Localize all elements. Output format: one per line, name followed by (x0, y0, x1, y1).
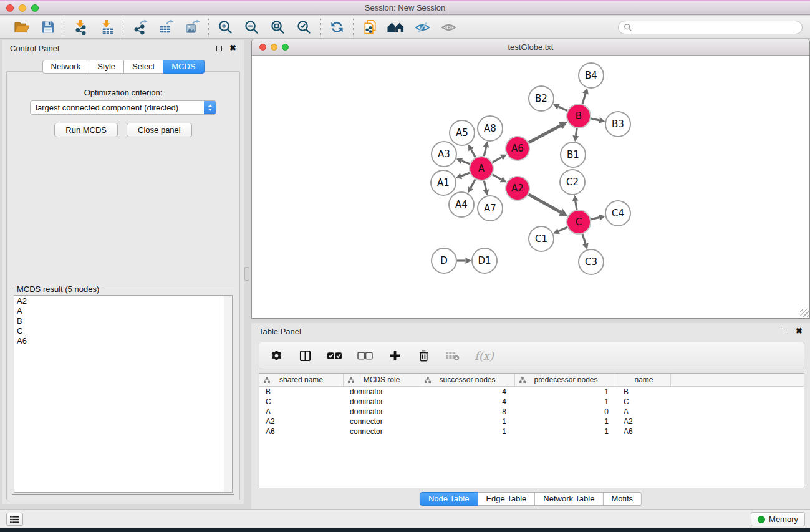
graph-node-A5[interactable]: A5 (450, 120, 475, 145)
graph-edge-B-B4[interactable] (582, 88, 589, 104)
graph-node-D1[interactable]: D1 (472, 248, 497, 273)
mcds-result-item[interactable]: A (17, 306, 232, 316)
mcds-result-list[interactable]: A2ABCA6 (14, 295, 233, 493)
search-input[interactable] (635, 23, 797, 32)
memory-button[interactable]: Memory (751, 512, 805, 526)
split-divider-handle[interactable] (244, 267, 249, 281)
table-tab-node-table[interactable]: Node Table (420, 492, 478, 506)
table-row[interactable]: Bdominator41B (259, 387, 804, 397)
table-cell[interactable]: dominator (344, 397, 420, 406)
search-field[interactable] (618, 21, 803, 34)
column-header-successor-nodes[interactable]: successor nodes (420, 374, 515, 386)
table-cell[interactable]: 1 (420, 417, 515, 426)
table-cell[interactable]: 0 (515, 407, 617, 416)
graph-edge-A2-C[interactable] (529, 195, 568, 216)
column-header-predecessor-nodes[interactable]: predecessor nodes (515, 374, 617, 386)
add-column-button[interactable] (388, 348, 402, 363)
table-cell[interactable]: 1 (515, 417, 617, 426)
graph-node-B2[interactable]: B2 (529, 86, 554, 111)
first-neighbors-button[interactable] (387, 18, 405, 37)
graph-node-B1[interactable]: B1 (561, 142, 586, 167)
zoom-view-button[interactable] (282, 44, 289, 51)
scrollbar-track[interactable] (224, 296, 232, 492)
unselect-all-button[interactable] (357, 348, 373, 363)
zoom-window-button[interactable] (31, 4, 39, 12)
graph-node-B3[interactable]: B3 (605, 112, 630, 137)
graph-edge-A-A5[interactable] (468, 144, 475, 157)
graph-node-C2[interactable]: C2 (560, 170, 585, 195)
table-cell[interactable]: 1 (420, 427, 515, 436)
graph-node-A6[interactable]: A6 (506, 137, 529, 160)
tab-mcds[interactable]: MCDS (163, 60, 204, 74)
resize-grip-icon[interactable] (800, 309, 809, 317)
zoom-out-button[interactable] (242, 18, 261, 37)
graph-edge-C-C1[interactable] (553, 227, 567, 234)
table-cell[interactable]: A6 (259, 427, 344, 436)
graph-node-C1[interactable]: C1 (529, 226, 554, 251)
new-network-from-selection-button[interactable] (360, 18, 379, 37)
graph-node-B4[interactable]: B4 (579, 63, 604, 88)
table-settings-button[interactable] (269, 348, 283, 363)
graph-node-B[interactable]: B (567, 104, 591, 128)
graph-edge-D-D1[interactable] (457, 258, 471, 264)
graph-node-A[interactable]: A (470, 157, 493, 180)
close-table-panel-icon[interactable]: ✖ (796, 328, 803, 334)
column-header-shared-name[interactable]: shared name (259, 374, 344, 386)
table-cell[interactable]: A2 (617, 417, 671, 426)
delete-columns-button[interactable] (417, 348, 430, 363)
minimize-view-button[interactable] (271, 44, 277, 51)
graph-edge-C-C4[interactable] (591, 215, 605, 221)
graph-node-A7[interactable]: A7 (478, 196, 503, 221)
export-network-button[interactable] (130, 18, 149, 37)
tab-style[interactable]: Style (89, 60, 124, 74)
close-view-button[interactable] (259, 44, 266, 51)
show-all-button[interactable] (439, 18, 458, 37)
graph-edge-A6-B[interactable] (529, 122, 568, 142)
graph-edge-C-C3[interactable] (582, 234, 589, 249)
function-builder-button[interactable]: f(x) (475, 348, 494, 363)
float-table-panel-icon[interactable] (783, 329, 788, 334)
table-tab-motifs[interactable]: Motifs (603, 492, 642, 506)
minimize-window-button[interactable] (19, 4, 26, 12)
close-panel-button[interactable]: Close panel (127, 123, 192, 137)
table-cell[interactable]: C (617, 397, 671, 406)
delete-table-button[interactable] (445, 348, 460, 363)
table-cell[interactable]: A (617, 407, 671, 416)
graph-edge-A-A1[interactable] (456, 173, 470, 179)
table-cell[interactable]: dominator (344, 407, 420, 416)
table-cell[interactable]: connector (344, 417, 420, 426)
select-all-button[interactable] (327, 348, 342, 363)
import-table-button[interactable] (97, 18, 116, 37)
export-image-button[interactable] (183, 18, 201, 37)
tab-network[interactable]: Network (42, 60, 89, 74)
table-cell[interactable]: A2 (259, 417, 344, 426)
table-tab-network-table[interactable]: Network Table (535, 492, 603, 506)
hide-selected-button[interactable] (413, 18, 432, 37)
table-cell[interactable]: connector (344, 427, 420, 436)
import-network-button[interactable] (71, 18, 90, 37)
table-row[interactable]: Adominator80A (259, 407, 804, 417)
graph-node-C4[interactable]: C4 (605, 201, 630, 226)
graph-node-C[interactable]: C (567, 210, 591, 234)
graph-node-A1[interactable]: A1 (431, 170, 456, 195)
criterion-dropdown[interactable]: largest connected component (directed) (30, 100, 216, 115)
table-cell[interactable]: A6 (617, 427, 671, 436)
float-panel-icon[interactable] (216, 46, 222, 51)
table-tab-edge-table[interactable]: Edge Table (478, 492, 535, 506)
graph-edge-A-A2[interactable] (493, 175, 507, 183)
graph-node-D[interactable]: D (432, 248, 456, 273)
table-cell[interactable]: C (259, 397, 344, 406)
open-file-button[interactable] (12, 18, 31, 37)
graph-edge-C-C2[interactable] (572, 195, 579, 210)
graph-node-A2[interactable]: A2 (506, 177, 529, 200)
table-cell[interactable]: 1 (515, 387, 617, 396)
graph-edge-A-A8[interactable] (483, 142, 489, 157)
graph-edge-A-A7[interactable] (483, 181, 489, 196)
table-cell[interactable]: B (617, 387, 671, 396)
graph-node-A8[interactable]: A8 (478, 116, 503, 141)
zoom-in-button[interactable] (216, 18, 234, 37)
table-cell[interactable]: 8 (420, 407, 515, 416)
save-session-button[interactable] (38, 18, 57, 37)
column-header-name[interactable]: name (617, 374, 671, 386)
graph-node-C3[interactable]: C3 (579, 249, 604, 274)
